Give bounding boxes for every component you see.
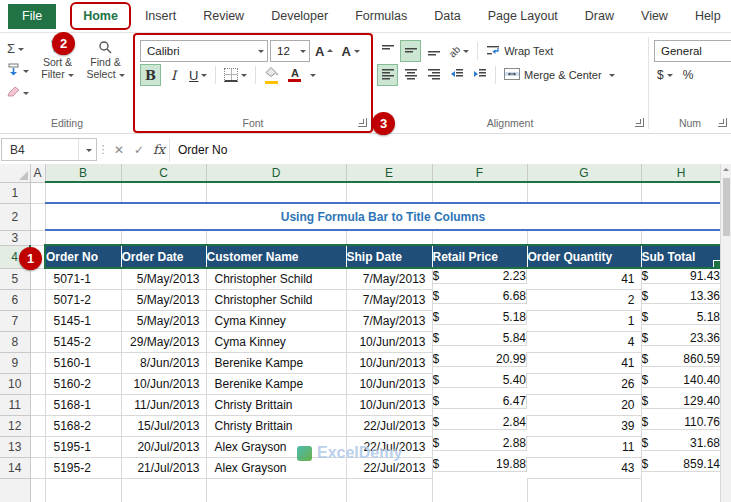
cell-D5[interactable]: Christopher Schild [206, 268, 346, 289]
column-header-E[interactable]: E [346, 164, 432, 182]
cell-F3[interactable] [432, 230, 527, 245]
row-header-3[interactable]: 3 [0, 230, 30, 245]
cell-A8[interactable] [30, 331, 45, 352]
cell-A11[interactable] [30, 394, 45, 415]
cell-F1[interactable] [432, 182, 527, 203]
tab-page-layout[interactable]: Page Layout [477, 4, 569, 28]
align-middle-button[interactable] [400, 40, 421, 62]
row-header-partial[interactable] [0, 478, 30, 502]
align-top-button[interactable] [377, 40, 398, 62]
cell[interactable] [206, 478, 346, 502]
cell-F14[interactable]: $19.88 [433, 457, 528, 472]
cell-B8[interactable]: 5145-2 [45, 331, 121, 352]
cell-C12[interactable]: 15/Jul/2013 [121, 415, 206, 436]
cell-F13[interactable]: $2.88 [433, 436, 528, 451]
row-header-1[interactable]: 1 [0, 182, 30, 203]
cell-C5[interactable]: 5/May/2013 [121, 268, 206, 289]
bold-button[interactable]: B [140, 64, 161, 86]
cell-B12[interactable]: 5168-2 [45, 415, 121, 436]
cell-G6[interactable]: 2 [527, 289, 641, 310]
cell-E12[interactable]: 22/Jul/2013 [346, 415, 432, 436]
table-header-ship-date[interactable]: Ship Date [346, 245, 432, 268]
decrease-indent-button[interactable] [446, 64, 467, 86]
accounting-format-button[interactable]: $ [654, 64, 676, 86]
cell-H11[interactable]: $129.40 [642, 394, 722, 409]
cell-G13[interactable]: 11 [527, 436, 641, 457]
row-header-13[interactable]: 13 [0, 436, 30, 457]
cell-H10[interactable]: $140.40 [642, 373, 722, 388]
cell-E9[interactable]: 10/Jun/2013 [346, 352, 432, 373]
cell-E1[interactable] [346, 182, 432, 203]
find-select-button[interactable]: Find & Select [83, 38, 128, 103]
cell-F7[interactable]: $5.18 [433, 310, 528, 325]
cell-H13[interactable]: $31.68 [642, 436, 722, 451]
cell-H1[interactable] [641, 182, 721, 203]
cell-E5[interactable]: 7/May/2013 [346, 268, 432, 289]
cell-E3[interactable] [346, 230, 432, 245]
cell-G5[interactable]: 41 [527, 268, 641, 289]
cell-A14[interactable] [30, 457, 45, 478]
table-header-order-no[interactable]: Order No [45, 245, 121, 268]
cell-A3[interactable] [30, 230, 45, 245]
row-header-2[interactable]: 2 [0, 203, 30, 230]
cell-A9[interactable] [30, 352, 45, 373]
cell-B11[interactable]: 5168-1 [45, 394, 121, 415]
cell-B6[interactable]: 5071-2 [45, 289, 121, 310]
cell-A13[interactable] [30, 436, 45, 457]
column-header-D[interactable]: D [206, 164, 346, 182]
font-color-button[interactable]: A [284, 64, 305, 86]
cell-G14[interactable]: 43 [527, 457, 641, 478]
sheet-title-cell[interactable]: Using Formula Bar to Title Columns [45, 203, 721, 230]
cell-B5[interactable]: 5071-1 [45, 268, 121, 289]
formula-bar-splitter[interactable] [97, 143, 109, 156]
cell-F12[interactable]: $2.84 [433, 415, 528, 430]
font-name-combo[interactable]: Calibri [140, 40, 268, 62]
cell-A6[interactable] [30, 289, 45, 310]
cell[interactable] [30, 478, 45, 502]
table-header-customer-name[interactable]: Customer Name [206, 245, 346, 268]
enter-button[interactable]: ✓ [129, 138, 149, 162]
tab-home[interactable]: Home [72, 4, 129, 28]
alignment-dialog-launcher[interactable] [635, 118, 644, 127]
table-header-sub-total[interactable]: Sub Total [641, 245, 721, 268]
cell-F9[interactable]: $20.99 [433, 352, 528, 367]
orientation-button[interactable]: ab [446, 40, 472, 62]
italic-button[interactable]: I [163, 64, 184, 86]
cell-C11[interactable]: 11/Jun/2013 [121, 394, 206, 415]
cell-C8[interactable]: 29/May/2013 [121, 331, 206, 352]
decrease-font-button[interactable]: A [338, 40, 362, 62]
select-all-corner[interactable] [0, 164, 30, 182]
cell-G8[interactable]: 4 [527, 331, 641, 352]
cell-C7[interactable]: 5/May/2013 [121, 310, 206, 331]
row-header-11[interactable]: 11 [0, 394, 30, 415]
cell-F8[interactable]: $5.84 [433, 331, 528, 346]
row-header-8[interactable]: 8 [0, 331, 30, 352]
cell-C1[interactable] [121, 182, 206, 203]
align-bottom-button[interactable] [423, 40, 444, 62]
cell-B13[interactable]: 5195-1 [45, 436, 121, 457]
tab-insert[interactable]: Insert [134, 4, 187, 28]
cell-C14[interactable]: 21/Jul/2013 [121, 457, 206, 478]
cell-E8[interactable]: 10/Jun/2013 [346, 331, 432, 352]
cell[interactable] [346, 478, 432, 502]
row-header-7[interactable]: 7 [0, 310, 30, 331]
clear-button[interactable] [4, 82, 32, 103]
row-header-10[interactable]: 10 [0, 373, 30, 394]
cell-D9[interactable]: Berenike Kampe [206, 352, 346, 373]
cell-G10[interactable]: 26 [527, 373, 641, 394]
tab-developer[interactable]: Developer [260, 4, 339, 28]
cell-F5[interactable]: $2.23 [433, 269, 528, 284]
tab-review[interactable]: Review [192, 4, 255, 28]
cell-B14[interactable]: 5195-2 [45, 457, 121, 478]
column-header-A[interactable]: A [30, 164, 45, 182]
column-header-B[interactable]: B [45, 164, 121, 182]
cell-H3[interactable] [641, 230, 721, 245]
row-header-5[interactable]: 5 [0, 268, 30, 289]
increase-font-button[interactable]: A [312, 40, 336, 62]
column-header-F[interactable]: F [432, 164, 527, 182]
name-box-dropdown[interactable] [78, 139, 96, 160]
font-dialog-launcher[interactable] [358, 118, 367, 127]
cell-H8[interactable]: $23.36 [642, 331, 722, 346]
cell-A5[interactable] [30, 268, 45, 289]
cell-D8[interactable]: Cyma Kinney [206, 331, 346, 352]
